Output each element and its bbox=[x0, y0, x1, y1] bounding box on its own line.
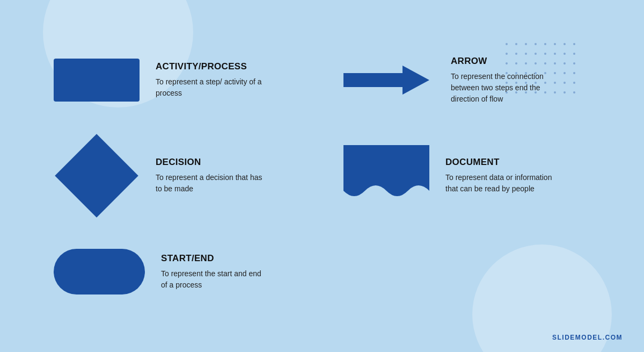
shape-stadium bbox=[54, 249, 145, 294]
item-activity-process-text: ACTIVITY/PROCESS To represent a step/ ac… bbox=[156, 61, 263, 99]
item-document: DOCUMENT To represent data or informatio… bbox=[322, 128, 590, 224]
empty-cell bbox=[322, 224, 590, 320]
item-activity-process: ACTIVITY/PROCESS To represent a step/ ac… bbox=[54, 32, 322, 128]
arrow-title: ARROW bbox=[451, 56, 558, 67]
document-title: DOCUMENT bbox=[445, 157, 553, 168]
item-arrow: ARROW To represent the connection betwee… bbox=[322, 32, 590, 128]
item-start-end-text: START/END To represent the start and end… bbox=[161, 253, 268, 291]
shape-document bbox=[343, 145, 429, 206]
item-decision-text: DECISION To represent a decision that ha… bbox=[156, 157, 263, 195]
main-content: ACTIVITY/PROCESS To represent a step/ ac… bbox=[0, 0, 644, 352]
start-end-title: START/END bbox=[161, 253, 268, 264]
activity-process-desc: To represent a step/ activity of a proce… bbox=[156, 76, 263, 99]
item-arrow-text: ARROW To represent the connection betwee… bbox=[451, 56, 558, 105]
decision-desc: To represent a decision that has to be m… bbox=[156, 172, 263, 195]
decision-title: DECISION bbox=[156, 157, 263, 168]
item-document-text: DOCUMENT To represent data or informatio… bbox=[445, 157, 553, 195]
document-desc: To represent data or information that ca… bbox=[445, 172, 553, 195]
start-end-desc: To represent the start and end of a proc… bbox=[161, 268, 268, 291]
item-start-end: START/END To represent the start and end… bbox=[54, 224, 322, 320]
svg-marker-0 bbox=[343, 66, 429, 95]
arrow-desc: To represent the connection between two … bbox=[451, 71, 558, 105]
item-decision: DECISION To represent a decision that ha… bbox=[54, 128, 322, 224]
shape-rectangle bbox=[54, 59, 140, 102]
activity-process-title: ACTIVITY/PROCESS bbox=[156, 61, 263, 72]
shape-arrow bbox=[343, 61, 429, 99]
shape-diamond bbox=[55, 134, 138, 218]
